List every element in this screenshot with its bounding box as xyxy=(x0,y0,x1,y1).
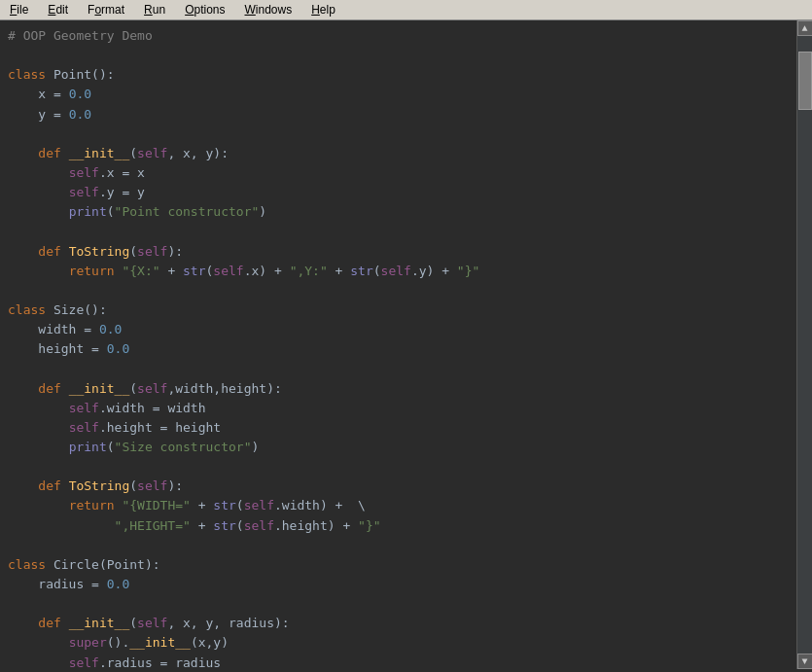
code-area[interactable]: # OOP Geometry Demo class Point(): x = 0… xyxy=(0,20,796,669)
menu-run[interactable]: Run xyxy=(138,2,171,18)
menu-windows[interactable]: Windows xyxy=(239,2,299,18)
scrollbar: ▲ ▼ xyxy=(796,20,812,669)
scrollbar-up-arrow[interactable]: ▲ xyxy=(797,20,813,36)
editor-container: # OOP Geometry Demo class Point(): x = 0… xyxy=(0,20,812,669)
code-content: # OOP Geometry Demo class Point(): x = 0… xyxy=(8,26,789,669)
menu-format[interactable]: Format xyxy=(82,2,130,18)
scrollbar-down-arrow[interactable]: ▼ xyxy=(797,654,813,669)
menu-help[interactable]: Help xyxy=(305,2,341,18)
scrollbar-thumb[interactable] xyxy=(798,52,812,110)
menu-file[interactable]: File xyxy=(4,2,34,18)
menu-options[interactable]: Options xyxy=(179,2,230,18)
menu-bar: File Edit Format Run Options Windows Hel… xyxy=(0,0,812,20)
menu-edit[interactable]: Edit xyxy=(42,2,74,18)
